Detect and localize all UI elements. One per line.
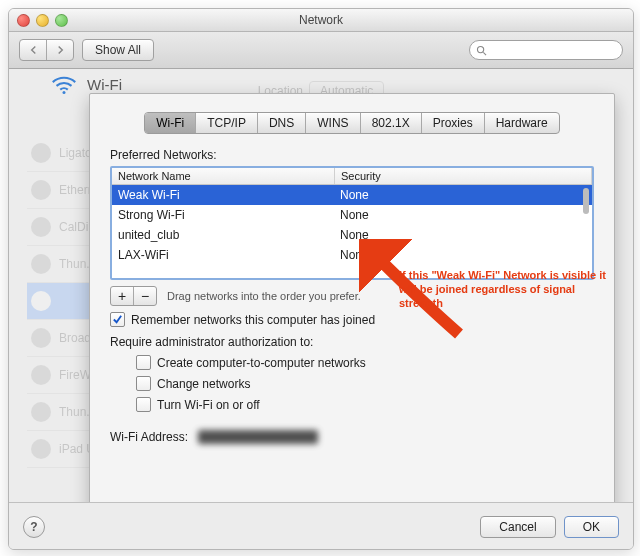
content: Location Automatic Status: Off Turn Wi-F…: [9, 69, 633, 550]
network-window: Network Show All Location Automatic Stat…: [8, 8, 634, 550]
close-icon[interactable]: [17, 14, 30, 27]
nav-back-forward: [19, 39, 74, 61]
table-header: Network Name Security: [112, 168, 592, 185]
wifi-address-value-redacted: [198, 430, 318, 444]
cell-security: None: [334, 207, 592, 223]
table-row[interactable]: Strong Wi-FiNone: [112, 205, 592, 225]
svg-line-1: [483, 52, 486, 55]
tab-wi-fi[interactable]: Wi-Fi: [145, 113, 195, 133]
remove-button[interactable]: −: [133, 287, 156, 305]
remember-label: Remember networks this computer has join…: [131, 313, 375, 327]
wifi-icon: [49, 69, 79, 99]
cancel-button[interactable]: Cancel: [480, 516, 555, 538]
tab-hardware[interactable]: Hardware: [484, 113, 559, 133]
ok-button[interactable]: OK: [564, 516, 619, 538]
titlebar: Network: [9, 9, 633, 32]
pane-title: Wi-Fi: [87, 76, 122, 93]
add-button[interactable]: +: [111, 287, 133, 305]
zoom-icon[interactable]: [55, 14, 68, 27]
search-input[interactable]: [469, 40, 623, 60]
cell-network-name: LAX-WiFi: [112, 247, 334, 263]
svg-point-0: [477, 46, 483, 52]
forward-button[interactable]: [46, 40, 73, 60]
cell-network-name: Strong Wi-Fi: [112, 207, 334, 223]
cell-network-name: united_club: [112, 227, 334, 243]
tab-dns[interactable]: DNS: [257, 113, 305, 133]
drag-hint: Drag networks into the order you prefer.: [167, 290, 361, 302]
column-network-name[interactable]: Network Name: [112, 168, 335, 184]
traffic-lights: [17, 14, 68, 27]
preferred-networks-label: Preferred Networks:: [110, 148, 594, 162]
add-remove-seg: + −: [110, 286, 157, 306]
scrollbar-thumb[interactable]: [583, 188, 589, 214]
auth-option-label: Change networks: [157, 377, 250, 391]
cell-security: None: [334, 187, 592, 203]
table-row[interactable]: united_clubNone: [112, 225, 592, 245]
wifi-advanced-sheet: Wi-FiTCP/IPDNSWINS802.1XProxiesHardware …: [89, 93, 615, 515]
help-button[interactable]: ?: [23, 516, 45, 538]
tab-wins[interactable]: WINS: [305, 113, 359, 133]
minimize-icon[interactable]: [36, 14, 49, 27]
cell-security: None: [334, 227, 592, 243]
cell-security: None: [334, 247, 592, 263]
table-row[interactable]: LAX-WiFiNone: [112, 245, 592, 265]
tab-tcp-ip[interactable]: TCP/IP: [195, 113, 257, 133]
cell-network-name: Weak Wi-Fi: [112, 187, 334, 203]
show-all-button[interactable]: Show All: [82, 39, 154, 61]
svg-point-2: [63, 91, 66, 94]
table-row[interactable]: Weak Wi-FiNone: [112, 185, 592, 205]
tab-802-1x[interactable]: 802.1X: [360, 113, 421, 133]
column-security[interactable]: Security: [335, 168, 592, 184]
wifi-address-label: Wi-Fi Address:: [110, 430, 188, 444]
require-auth-label: Require administrator authorization to:: [110, 335, 594, 349]
auth-checkbox-1[interactable]: [136, 376, 151, 391]
auth-checkbox-2[interactable]: [136, 397, 151, 412]
back-button[interactable]: [20, 40, 46, 60]
remember-checkbox[interactable]: [110, 312, 125, 327]
tab-bar: Wi-FiTCP/IPDNSWINS802.1XProxiesHardware: [90, 112, 614, 134]
window-title: Network: [9, 13, 633, 27]
auth-option-label: Create computer-to-computer networks: [157, 356, 366, 370]
sheet-footer: ? Cancel OK: [9, 502, 633, 550]
search-icon: [476, 45, 487, 56]
toolbar: Show All: [9, 32, 633, 69]
auth-option-label: Turn Wi-Fi on or off: [157, 398, 260, 412]
auth-checkbox-0[interactable]: [136, 355, 151, 370]
preferred-networks-table[interactable]: Network Name Security Weak Wi-FiNoneStro…: [110, 166, 594, 280]
tab-proxies[interactable]: Proxies: [421, 113, 484, 133]
